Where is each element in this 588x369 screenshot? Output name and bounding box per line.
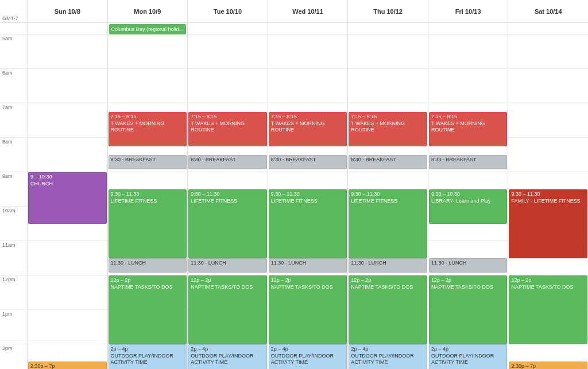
calendar-event[interactable]: 9:30 – 11:30 FAMILY - LIFETIME FITNESS: [509, 189, 587, 258]
calendar-event[interactable]: 2p – 4p OUTDOOR PLAY/INDOOR ACTIVITY TIM…: [429, 344, 508, 369]
calendar-event[interactable]: 7:15 – 8:15 T WAKES + MORNING ROUTINE: [269, 112, 347, 146]
calendar-event[interactable]: 12p – 2p NAPTIME TASKS/TO DOS: [188, 275, 267, 344]
hour-label: 5am: [2, 36, 13, 41]
calendar-event[interactable]: 11:30 - LUNCH: [429, 258, 508, 273]
hour-label: 12pm: [2, 277, 16, 282]
day-header-thu: Thu 10/12: [348, 0, 428, 22]
calendar-event[interactable]: 7:15 – 8:15 T WAKES + MORNING ROUTINE: [188, 112, 267, 146]
day-col-fri: 7:15 – 8:15 T WAKES + MORNING ROUTINE8:3…: [428, 34, 509, 369]
time-6am: 6am: [0, 69, 27, 103]
day-header-wed: Wed 10/11: [268, 0, 349, 22]
holiday-thu: [348, 23, 428, 34]
calendar-event[interactable]: 8:30 - BREAKFAST: [349, 155, 427, 169]
calendar-event[interactable]: 9 – 10:30 CHURCH: [28, 172, 107, 224]
calendar-event[interactable]: 12p – 2p NAPTIME TASKS/TO DOS: [429, 275, 508, 344]
day-header-sat: Sat 10/14: [508, 0, 588, 22]
time-2pm: 2pm: [0, 344, 27, 369]
day-header-mon: Mon 10/9: [108, 0, 188, 22]
calendar-event[interactable]: 12p – 2p NAPTIME TASKS/TO DOS: [349, 275, 427, 344]
calendar-event[interactable]: 2p – 4p OUTDOOR PLAY/INDOOR ACTIVITY TIM…: [269, 344, 347, 369]
calendar-container: GMT-7 5am 6am 7am 8am 9am 10am 11am 12pm…: [0, 0, 588, 369]
holiday-text: Columbus Day (regional holid...: [111, 26, 184, 32]
holiday-row: Columbus Day (regional holid...: [28, 23, 588, 34]
calendar-event[interactable]: 11:30 - LUNCH: [269, 258, 347, 273]
calendar-event[interactable]: 11:30 - LUNCH: [109, 258, 187, 273]
hour-label: 2pm: [2, 345, 13, 351]
calendar-event[interactable]: 2:30p – 7p FAMILY TIME: [28, 362, 107, 369]
calendar-event[interactable]: 7:15 – 8:15 T WAKES + MORNING ROUTINE: [429, 112, 508, 146]
holiday-wed: [268, 23, 349, 34]
time-7am: 7am: [0, 103, 27, 138]
day-col-mon: 7:15 – 8:15 T WAKES + MORNING ROUTINE8:3…: [108, 34, 188, 369]
day-col-tue: 7:15 – 8:15 T WAKES + MORNING ROUTINE8:3…: [188, 34, 268, 369]
time-1pm: 1pm: [0, 310, 27, 344]
timezone-text: GMT-7: [2, 15, 18, 21]
calendar-event[interactable]: 12p – 2p NAPTIME TASKS/TO DOS: [269, 275, 347, 344]
time-column: GMT-7 5am 6am 7am 8am 9am 10am 11am 12pm…: [0, 0, 28, 369]
timezone-label: GMT-7: [0, 0, 27, 23]
hour-label: 10am: [2, 208, 16, 213]
hour-label: 6am: [2, 70, 13, 76]
calendar-event[interactable]: 9:30 – 11:30 LIFETIME FITNESS: [349, 189, 427, 258]
calendar-event[interactable]: 11:30 - LUNCH: [188, 258, 267, 273]
calendar-event[interactable]: 7:15 – 8:15 T WAKES + MORNING ROUTINE: [349, 112, 427, 146]
days-grid: Sun 10/8 Mon 10/9 Tue 10/10 Wed 10/11 Th…: [28, 0, 588, 369]
time-12pm: 12pm: [0, 275, 27, 310]
time-10am: 10am: [0, 207, 27, 241]
calendar-event[interactable]: 8:30 - BREAKFAST: [188, 155, 267, 169]
day-col-sun: 9 – 10:30 CHURCH2:30p – 7p FAMILY TIME: [28, 34, 108, 369]
holiday-mon: Columbus Day (regional holid...: [108, 23, 188, 34]
day-col-wed: 7:15 – 8:15 T WAKES + MORNING ROUTINE8:3…: [268, 34, 349, 369]
time-11am: 11am: [0, 241, 27, 275]
calendar-event[interactable]: 8:30 - BREAKFAST: [429, 155, 508, 169]
hour-label: 8am: [2, 139, 13, 145]
day-header-fri: Fri 10/13: [428, 0, 509, 22]
grid-body: 9 – 10:30 CHURCH2:30p – 7p FAMILY TIME 7…: [28, 34, 588, 369]
time-5am: 5am: [0, 34, 27, 69]
hour-label: 11am: [2, 242, 16, 248]
calendar-event[interactable]: 9:30 – 11:30 LIFETIME FITNESS: [109, 189, 187, 258]
day-headers-row: Sun 10/8 Mon 10/9 Tue 10/10 Wed 10/11 Th…: [28, 0, 588, 23]
calendar-event[interactable]: 9:30 – 10:30 LIBRARY- Learn and Play: [429, 189, 508, 224]
holiday-tue: [188, 23, 268, 34]
calendar-event[interactable]: 12p – 2p NAPTIME TASKS/TO DOS: [509, 275, 587, 344]
time-9am: 9am: [0, 172, 27, 207]
holiday-sat: [508, 23, 588, 34]
holiday-fri: [428, 23, 509, 34]
time-8am: 8am: [0, 138, 27, 172]
calendar-event[interactable]: 8:30 - BREAKFAST: [269, 155, 347, 169]
day-header-tue: Tue 10/10: [188, 0, 268, 22]
calendar-event[interactable]: 2p – 4p OUTDOOR PLAY/INDOOR ACTIVITY TIM…: [188, 344, 267, 369]
calendar-event[interactable]: 7:15 – 8:15 T WAKES + MORNING ROUTINE: [109, 112, 187, 146]
calendar-event[interactable]: 2:30p – 7p FAMILY TIME: [509, 362, 587, 369]
calendar-event[interactable]: 9:30 – 11:30 LIFETIME FITNESS: [188, 189, 267, 258]
calendar-event[interactable]: 2p – 4p OUTDOOR PLAY/INDOOR ACTIVITY TIM…: [349, 344, 427, 369]
calendar-event[interactable]: 12p – 2p NAPTIME TASKS/TO DOS: [109, 275, 187, 344]
calendar-event[interactable]: 9:30 – 11:30 LIFETIME FITNESS: [269, 189, 347, 258]
calendar-event[interactable]: 2p – 4p OUTDOOR PLAY/INDOOR ACTIVITY TIM…: [109, 344, 187, 369]
hour-label: 1pm: [2, 311, 13, 317]
calendar-event[interactable]: 8:30 - BREAKFAST: [109, 155, 187, 169]
holiday-sun: [28, 23, 108, 34]
hour-label: 7am: [2, 104, 13, 110]
day-col-thu: 7:15 – 8:15 T WAKES + MORNING ROUTINE8:3…: [348, 34, 428, 369]
hour-label: 9am: [2, 173, 13, 179]
calendar-event[interactable]: 11:30 - LUNCH: [349, 258, 427, 273]
holiday-event[interactable]: Columbus Day (regional holid...: [109, 24, 187, 34]
day-col-sat: 9:30 – 11:30 FAMILY - LIFETIME FITNESS12…: [508, 34, 588, 369]
day-header-sun: Sun 10/8: [28, 0, 108, 22]
